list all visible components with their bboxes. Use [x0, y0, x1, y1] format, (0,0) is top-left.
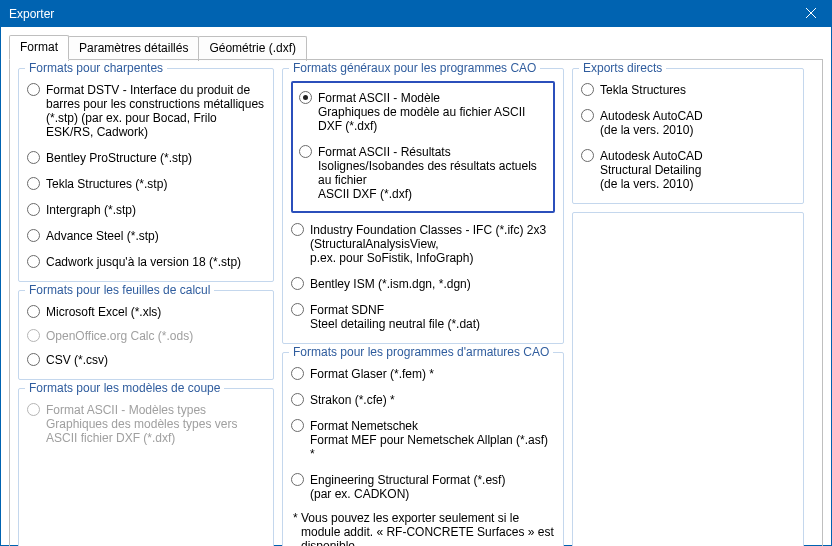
radio-icon — [581, 149, 594, 162]
radio-icon — [27, 329, 40, 342]
group-exports-directs: Exports directs Tekla Structures Autodes… — [572, 68, 804, 204]
radio-icon — [27, 177, 40, 190]
tabpanel-format: Formats pour charpentes Format DSTV - In… — [9, 59, 823, 546]
radio-bentley-ism[interactable]: Bentley ISM (*.ism.dgn, *.dgn) — [291, 277, 555, 291]
close-icon — [805, 7, 817, 22]
radio-icon — [27, 305, 40, 318]
radio-cadwork18[interactable]: Cadwork jusqu'à la version 18 (*.stp) — [27, 255, 265, 269]
radio-glaser[interactable]: Format Glaser (*.fem) * — [291, 367, 555, 381]
radio-tekla-direct[interactable]: Tekla Structures — [581, 83, 795, 97]
radio-icon — [27, 255, 40, 268]
legend-feuilles: Formats pour les feuilles de calcul — [25, 283, 214, 297]
radio-icon — [27, 229, 40, 242]
radio-icon — [27, 151, 40, 164]
radio-intergraph[interactable]: Intergraph (*.stp) — [27, 203, 265, 217]
radio-excel[interactable]: Microsoft Excel (*.xls) — [27, 305, 265, 319]
radio-icon — [299, 145, 312, 158]
legend-charpentes: Formats pour charpentes — [25, 61, 167, 75]
radio-advance-steel[interactable]: Advance Steel (*.stp) — [27, 229, 265, 243]
radio-icon — [291, 223, 304, 236]
radio-openoffice: OpenOffice.org Calc (*.ods) — [27, 329, 265, 343]
legend-exports-directs: Exports directs — [579, 61, 666, 75]
group-charpentes: Formats pour charpentes Format DSTV - In… — [18, 68, 274, 282]
radio-icon — [299, 91, 312, 104]
radio-ifc[interactable]: Industry Foundation Classes - IFC (*.ifc… — [291, 223, 555, 265]
radio-icon — [291, 393, 304, 406]
radio-strakon[interactable]: Strakon (*.cfe) * — [291, 393, 555, 407]
group-empty — [572, 212, 804, 546]
group-armatures: Formats pour les programmes d'armatures … — [282, 352, 564, 546]
window-title: Exporter — [9, 7, 791, 21]
radio-ascii-modele[interactable]: Format ASCII - Modèle Graphiques de modè… — [299, 91, 547, 133]
radio-icon — [27, 353, 40, 366]
radio-ascii-resultats[interactable]: Format ASCII - Résultats Isolignes/Isoba… — [299, 145, 547, 201]
radio-icon — [291, 419, 304, 432]
radio-icon — [291, 367, 304, 380]
radio-dstv[interactable]: Format DSTV - Interface du produit de ba… — [27, 83, 265, 139]
tab-detailed[interactable]: Paramètres détaillés — [68, 36, 199, 61]
radio-autocad[interactable]: Autodesk AutoCAD (de la vers. 2010) — [581, 109, 795, 137]
titlebar: Exporter — [1, 1, 831, 27]
radio-bentley-prostructure[interactable]: Bentley ProStructure (*.stp) — [27, 151, 265, 165]
group-cao: Formats généraux pour les programmes CAO… — [282, 68, 564, 344]
radio-icon — [581, 109, 594, 122]
legend-coupe: Formats pour les modèles de coupe — [25, 381, 224, 395]
radio-nemetschek[interactable]: Format Nemetschek Format MEF pour Nemets… — [291, 419, 555, 461]
radio-tekla-stp[interactable]: Tekla Structures (*.stp) — [27, 177, 265, 191]
radio-icon — [27, 403, 40, 416]
radio-icon — [27, 203, 40, 216]
radio-ascii-coupe: Format ASCII - Modèles types Graphiques … — [27, 403, 265, 445]
radio-csv[interactable]: CSV (*.csv) — [27, 353, 265, 367]
legend-armatures: Formats pour les programmes d'armatures … — [289, 345, 553, 359]
close-button[interactable] — [791, 1, 831, 27]
radio-icon — [581, 83, 594, 96]
armatures-note: * Vous pouvez les exporter seulement si … — [291, 511, 555, 546]
radio-icon — [291, 473, 304, 486]
tab-format[interactable]: Format — [9, 35, 69, 60]
group-coupe: Formats pour les modèles de coupe Format… — [18, 388, 274, 546]
tab-geometry[interactable]: Géométrie (.dxf) — [198, 36, 307, 61]
radio-sdnf[interactable]: Format SDNF Steel detailing neutral file… — [291, 303, 555, 331]
radio-icon — [27, 83, 40, 96]
radio-icon — [291, 277, 304, 290]
legend-cao: Formats généraux pour les programmes CAO — [289, 61, 540, 75]
group-feuilles: Formats pour les feuilles de calcul Micr… — [18, 290, 274, 380]
radio-autocad-sd[interactable]: Autodesk AutoCAD Structural Detailing (d… — [581, 149, 795, 191]
highlight-ascii-formats: Format ASCII - Modèle Graphiques de modè… — [291, 81, 555, 213]
tabstrip: Format Paramètres détaillés Géométrie (.… — [1, 27, 831, 60]
radio-icon — [291, 303, 304, 316]
radio-esf[interactable]: Engineering Structural Format (*.esf) (p… — [291, 473, 555, 501]
